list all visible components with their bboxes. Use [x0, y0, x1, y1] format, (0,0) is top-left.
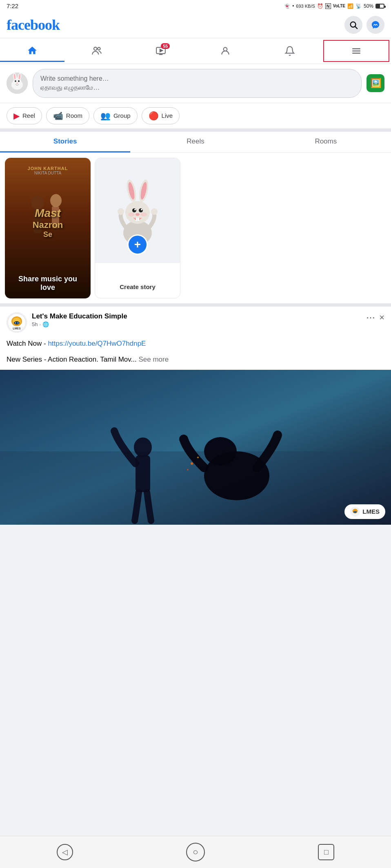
- post-header: LMES Let's Make Education Simple 5h · 🌐 …: [0, 307, 391, 338]
- recent-apps-button[interactable]: □: [318, 844, 334, 860]
- status-time: 7:22: [7, 2, 18, 9]
- back-button[interactable]: ◁: [57, 844, 73, 860]
- status-icons: 👻 • 693 KB/S ⏰ N VoLTE 📶 📡 50%: [284, 3, 384, 9]
- plus-icon: +: [134, 238, 141, 251]
- tab-stories[interactable]: Stories: [0, 132, 130, 152]
- reel-icon: ▶: [13, 111, 20, 121]
- post-author-name: Let's Make Education Simple: [32, 312, 361, 320]
- post-body: Watch Now - https://youtu.be/Q7HwO7hdnpE…: [0, 338, 391, 370]
- create-story-label: Create story: [120, 283, 156, 290]
- post-link[interactable]: https://youtu.be/Q7HwO7hdnpE: [48, 340, 146, 347]
- friends-icon: [91, 46, 102, 56]
- header-actions: [344, 16, 384, 34]
- search-button[interactable]: [344, 16, 362, 34]
- reel-button[interactable]: ▶ Reel: [7, 107, 42, 124]
- nav-item-notifications[interactable]: [258, 41, 322, 61]
- svg-point-37: [140, 212, 147, 216]
- ghost-icon: 👻: [284, 3, 290, 9]
- lmes-watermark: LMES: [344, 504, 385, 519]
- post-meta: Let's Make Education Simple 5h · 🌐: [32, 312, 361, 327]
- group-icon: 👥: [100, 111, 111, 121]
- stories-grid: JOHN KARTHAL NIKITA DUTTA Mast Nazron Se…: [0, 153, 391, 307]
- svg-point-3: [98, 47, 100, 50]
- lmes-watermark-text: LMES: [362, 508, 380, 515]
- svg-point-59: [187, 469, 189, 470]
- post-box: Write something here… ஏதாவது எழுதலாமே… 🖼…: [0, 64, 391, 103]
- svg-point-36: [128, 212, 135, 216]
- reel-label: Reel: [22, 112, 35, 119]
- svg-point-57: [191, 462, 193, 465]
- post-input[interactable]: Write something here… ஏதாவது எழுதலாமே…: [33, 69, 362, 98]
- live-label: Live: [162, 112, 173, 119]
- battery-text: 50%: [364, 3, 373, 9]
- bugs-bunny-avatar: [7, 73, 28, 94]
- nav-item-menu[interactable]: [323, 40, 389, 62]
- more-options-button[interactable]: ⋯: [366, 312, 375, 323]
- svg-point-53: [134, 437, 152, 457]
- back-icon: ◁: [62, 848, 68, 857]
- svg-text:LMES: LMES: [13, 327, 21, 330]
- svg-point-20: [18, 80, 20, 82]
- n-icon: N: [325, 3, 331, 9]
- create-story-card[interactable]: + Create story: [95, 158, 180, 298]
- recent-apps-icon: □: [324, 848, 329, 857]
- volte-icon: VoLTE: [333, 4, 345, 8]
- svg-point-64: [355, 511, 356, 512]
- room-icon: 📹: [53, 111, 63, 121]
- nav-item-friends[interactable]: [64, 41, 129, 61]
- header: facebook: [0, 12, 391, 38]
- post-text: Watch Now - https://youtu.be/Q7HwO7hdnpE: [7, 338, 384, 349]
- speed-icon: 693 KB/S: [296, 4, 315, 9]
- nav-item-watch[interactable]: 55: [129, 41, 193, 61]
- tab-rooms[interactable]: Rooms: [261, 132, 391, 152]
- see-more-link[interactable]: See more: [138, 356, 169, 363]
- svg-point-42: [151, 208, 158, 215]
- messenger-icon: [371, 20, 380, 29]
- story-music-label: Share music you love: [18, 275, 77, 292]
- svg-point-49: [17, 322, 19, 324]
- post-actions-right: ⋯ ×: [366, 312, 384, 323]
- svg-point-58: [197, 457, 199, 458]
- group-button[interactable]: 👥 Group: [93, 107, 138, 124]
- user-avatar: [7, 73, 28, 94]
- svg-point-48: [15, 322, 16, 324]
- status-bar: 7:22 👻 • 693 KB/S ⏰ N VoLTE 📶 📡 50%: [0, 0, 391, 12]
- svg-point-33: [139, 208, 143, 212]
- tab-reels[interactable]: Reels: [130, 132, 260, 152]
- room-button[interactable]: 📹 Room: [46, 107, 89, 124]
- watch-badge: 55: [161, 43, 170, 49]
- wifi-icon: 📶: [347, 3, 353, 9]
- nav-item-home[interactable]: [0, 40, 64, 62]
- svg-marker-5: [160, 49, 163, 52]
- post-time: 5h · 🌐: [32, 321, 361, 327]
- close-post-button[interactable]: ×: [379, 312, 384, 323]
- lmes-avatar-icon: LMES: [7, 312, 27, 333]
- dot-icon: •: [292, 3, 294, 9]
- stories-tabs: Stories Reels Rooms: [0, 132, 391, 153]
- photo-button[interactable]: 🖼️: [367, 74, 384, 92]
- menu-icon: [351, 46, 362, 56]
- room-label: Room: [66, 112, 82, 119]
- nav-item-profile[interactable]: [193, 41, 258, 61]
- privacy-icon: 🌐: [42, 321, 49, 327]
- post-author-avatar: LMES: [7, 312, 27, 333]
- profile-icon: [220, 46, 231, 56]
- svg-point-32: [132, 208, 136, 212]
- live-button[interactable]: 🔴 Live: [142, 107, 180, 124]
- battery-icon: [375, 4, 384, 9]
- home-icon: [27, 45, 38, 56]
- svg-point-8: [224, 47, 227, 51]
- svg-point-35: [141, 209, 142, 210]
- nav-bar: 55: [0, 38, 391, 64]
- bell-icon: [284, 46, 295, 56]
- bottom-nav: ◁ ○ □: [0, 836, 391, 868]
- messenger-button[interactable]: [367, 16, 384, 34]
- alarm-icon: ⏰: [317, 3, 323, 9]
- home-button[interactable]: ○: [186, 843, 205, 861]
- action-buttons: ▶ Reel 📹 Room 👥 Group 🔴 Live: [0, 103, 391, 132]
- create-story-plus[interactable]: +: [127, 234, 148, 255]
- music-story-card[interactable]: JOHN KARTHAL NIKITA DUTTA Mast Nazron Se…: [5, 158, 91, 298]
- post-image: LMES: [0, 370, 391, 525]
- svg-line-1: [355, 27, 357, 29]
- svg-point-41: [118, 208, 124, 215]
